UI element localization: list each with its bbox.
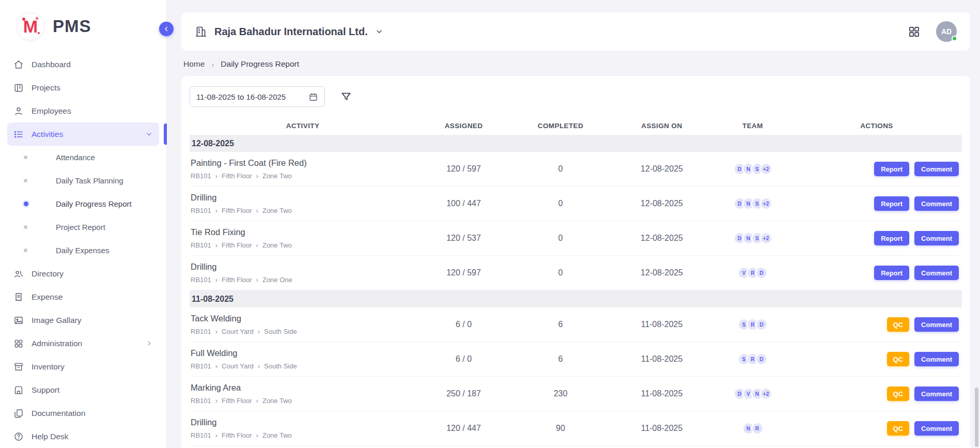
comment-button[interactable]: Comment [914, 387, 959, 401]
sidebar-item-activities[interactable]: Activities [7, 122, 159, 146]
chevron-right-icon: › [215, 276, 217, 284]
qc-button[interactable]: QC [887, 352, 910, 366]
vertical-scrollbar[interactable] [975, 388, 978, 447]
comment-button[interactable]: Comment [914, 352, 959, 366]
sidebar-subitem-daily-task-planning[interactable]: Daily Task Planning [7, 169, 159, 192]
team-avatar-more[interactable]: +2 [760, 232, 772, 244]
content-card: 11-08-2025 to 16-08-2025 ACTIVITYASSIGNE… [181, 76, 970, 448]
date-range-value: 11-08-2025 to 16-08-2025 [196, 92, 286, 101]
chevron-right-icon: › [256, 241, 258, 249]
path-segment: Fifth Floor [222, 431, 252, 439]
comment-button[interactable]: Comment [914, 162, 959, 176]
sidebar-item-dashboard[interactable]: Dashboard [7, 53, 159, 76]
chevron-right-icon: › [256, 276, 258, 284]
sidebar-subitem-daily-expenses[interactable]: Daily Expenses [7, 239, 159, 262]
apps-grid-button[interactable] [908, 25, 921, 38]
sidebar-subitem-project-report[interactable]: Project Report [7, 215, 159, 239]
sidebar-item-label: Employees [32, 106, 71, 116]
comment-button[interactable]: Comment [914, 231, 959, 245]
calendar-icon [308, 92, 318, 102]
sidebar-item-employees[interactable]: Employees [7, 99, 159, 122]
path-segment: RB101 [191, 241, 211, 249]
team-cell: DNS+2 [714, 232, 791, 244]
sidebar-collapse-button[interactable] [159, 22, 174, 36]
app-name: PMS [53, 17, 91, 36]
sidebar-subitem-label: Daily Progress Report [56, 199, 132, 208]
sidebar-item-expense[interactable]: Expense [7, 285, 159, 308]
sidebar-item-label: Inventory [32, 362, 65, 372]
sidebar-item-support[interactable]: Support [7, 378, 159, 401]
sidebar-item-image-gallary[interactable]: Image Gallary [7, 308, 159, 332]
team-avatar[interactable]: D [755, 353, 768, 365]
path-segment: RB101 [191, 362, 211, 370]
sidebar-item-help-desk[interactable]: Help Desk [7, 425, 159, 448]
company-selector[interactable]: Raja Bahadur International Ltd. [195, 25, 383, 38]
team-avatar-more[interactable]: +2 [760, 163, 772, 175]
sidebar-subitem-attendance[interactable]: Attendance [7, 146, 159, 169]
team-avatar-more[interactable]: +2 [760, 388, 772, 400]
sidebar-item-projects[interactable]: Projects [7, 76, 159, 99]
date-group-header: 12-08-2025 [190, 135, 962, 152]
qc-button[interactable]: QC [887, 387, 910, 401]
documentation-icon [13, 408, 24, 419]
path-segment: RB101 [191, 431, 211, 439]
activity-cell: Marking AreaRB101›Fifth Floor›Zone Two [190, 383, 416, 405]
date-range-input[interactable]: 11-08-2025 to 16-08-2025 [190, 86, 325, 107]
expense-icon [13, 292, 24, 302]
chevron-right-icon: › [215, 172, 217, 180]
topbar-right: AD [908, 21, 957, 42]
logo-letter: M [23, 18, 38, 35]
report-button[interactable]: Report [874, 266, 909, 280]
chevron-down-icon [145, 130, 153, 138]
path-segment: Zone Two [262, 172, 292, 180]
path-segment: Zone One [262, 276, 292, 284]
row-actions: ReportComment [791, 162, 962, 176]
completed-value: 0 [511, 164, 610, 174]
chevron-right-icon: › [215, 431, 217, 439]
activity-name: Tack Welding [191, 314, 416, 323]
sidebar-subitem-daily-progress-report[interactable]: Daily Progress Report [7, 192, 159, 215]
activity-name: Marking Area [191, 383, 416, 393]
bullet-dot-icon [24, 225, 27, 229]
sidebar-item-documentation[interactable]: Documentation [7, 401, 159, 425]
sidebar-item-label: Documentation [32, 409, 85, 418]
activity-row: DrillingRB101›Fifth Floor›Zone Two100 / … [190, 187, 962, 221]
filter-button[interactable] [340, 91, 352, 102]
comment-button[interactable]: Comment [914, 196, 959, 211]
sidebar-item-inventory[interactable]: Inventory [7, 355, 159, 378]
activity-path: RB101›Fifth Floor›Zone Two [191, 172, 416, 180]
app-logo: M [17, 12, 44, 40]
logo-row: M PMS [0, 0, 166, 53]
report-button[interactable]: Report [874, 162, 909, 176]
team-avatar-more[interactable]: +2 [760, 197, 772, 210]
activity-cell: DrillingRB101›Fifth Floor›Zone Two [190, 418, 416, 439]
team-avatar[interactable]: R [751, 422, 764, 435]
comment-button[interactable]: Comment [914, 317, 959, 332]
path-segment: RB101 [191, 397, 211, 405]
comment-button[interactable]: Comment [914, 266, 959, 280]
sidebar-item-administration[interactable]: Administration [7, 332, 159, 355]
filter-row: 11-08-2025 to 16-08-2025 [190, 86, 962, 107]
user-avatar[interactable]: AD [936, 21, 957, 42]
home-icon [13, 59, 24, 70]
sidebar-item-directory[interactable]: Directory [7, 262, 159, 285]
completed-value: 0 [511, 234, 610, 243]
activity-row: Marking AreaRB101›Fifth Floor›Zone Two25… [190, 377, 962, 411]
team-cell: VRD [714, 267, 791, 279]
row-actions: ReportComment [791, 231, 962, 245]
sidebar-item-label: Help Desk [32, 432, 69, 441]
team-avatar[interactable]: D [755, 267, 768, 279]
path-segment: Fifth Floor [222, 241, 252, 249]
activity-cell: Full WeldingRB101›Court Yard›South Side [190, 348, 416, 370]
funnel-icon [340, 91, 352, 102]
bullet-dot-icon [24, 179, 27, 182]
qc-button[interactable]: QC [887, 317, 910, 332]
report-button[interactable]: Report [874, 196, 909, 211]
qc-button[interactable]: QC [887, 421, 910, 436]
assigned-value: 6 / 0 [416, 354, 511, 364]
team-avatar[interactable]: D [755, 318, 768, 331]
breadcrumb-home[interactable]: Home [183, 59, 205, 69]
report-button[interactable]: Report [874, 231, 909, 245]
comment-button[interactable]: Comment [914, 421, 959, 436]
sidebar-item-label: Dashboard [32, 60, 71, 69]
